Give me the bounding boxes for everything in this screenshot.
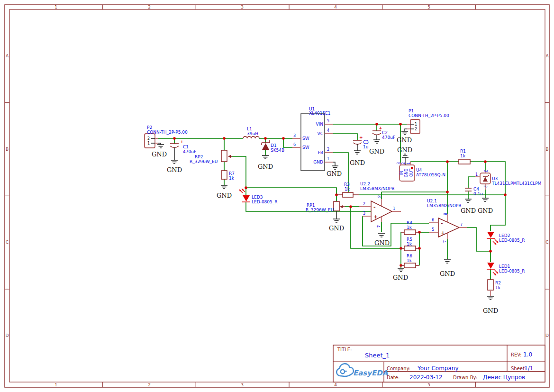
rp2-ref-label[interactable]: RP2 (195, 155, 203, 159)
component-u3[interactable]: 1 3 2 U3 TL431CLPMTL431CLPM GND (475, 170, 541, 214)
led1-ref-label[interactable]: LED1 (499, 264, 510, 269)
gnd-net-label[interactable]: GND (483, 307, 498, 314)
gnd-symbol[interactable] (378, 234, 385, 237)
u1-value-label[interactable]: XL4015E1 (309, 111, 331, 116)
rp2-value-label[interactable]: R_3296W_EU (190, 159, 218, 164)
gnd-net-label[interactable]: GND (258, 163, 273, 170)
r1-value-label[interactable]: 1k (460, 154, 466, 158)
rev-value[interactable]: 1.0 (523, 351, 532, 358)
gnd-symbol[interactable] (401, 131, 408, 135)
sheet-title[interactable]: Sheet_1 (365, 352, 390, 359)
r5-value-label[interactable]: 1k (407, 242, 412, 246)
r6-value-label[interactable]: 1k (407, 258, 412, 263)
gnd-net-label[interactable]: GND (217, 192, 232, 199)
gnd-symbol[interactable] (333, 219, 340, 222)
component-c3[interactable]: + C3 1u GND (350, 135, 369, 166)
r7-value-label[interactable]: 1k (229, 176, 235, 181)
led3-value-label[interactable]: LED-0805_R (252, 200, 278, 204)
u3-value-label[interactable]: TL431CLPMTL431CLPM (491, 181, 541, 186)
u4-value-label[interactable]: AT78L05SQ-N (416, 173, 445, 177)
r1-ref-label[interactable]: R1 (460, 149, 466, 154)
gnd-symbol[interactable] (354, 151, 361, 154)
u2-1-value-label[interactable]: LM358MX/NOPB (427, 203, 461, 208)
gnd-net-label[interactable]: GND (327, 170, 342, 177)
component-p1[interactable]: 1 2 P1 CONN-TH_2P-P5.00 GND (397, 109, 449, 144)
date-value[interactable]: 2022-03-12 (409, 374, 443, 381)
r7-ref-label[interactable]: R7 (229, 171, 235, 176)
gnd-symbol[interactable] (262, 155, 269, 159)
component-led1[interactable]: LED1 LED-0805_R (487, 263, 525, 275)
gnd-symbol[interactable] (402, 154, 409, 157)
u4-ref-label[interactable]: U4 (416, 168, 422, 173)
gnd-net-label[interactable]: GND (461, 207, 476, 214)
component-r6[interactable]: R6 1k GND (393, 254, 419, 281)
component-d1[interactable]: D1 SK54B GND (258, 140, 284, 170)
d1-value-label[interactable]: SK54B (271, 148, 284, 153)
wires[interactable] (158, 124, 505, 280)
gnd-symbol[interactable] (444, 260, 451, 263)
company-value[interactable]: Your Company (417, 365, 459, 372)
r6-ref-label[interactable]: R6 (407, 254, 412, 258)
r2-ref-label[interactable]: R2 (495, 281, 501, 285)
u3-ref-label[interactable]: U3 (492, 176, 498, 181)
gnd-net-label[interactable]: GND (478, 207, 493, 214)
gnd-net-label[interactable]: GND (369, 148, 384, 155)
component-r4[interactable]: R4 1k (401, 220, 419, 235)
gnd-net-label[interactable]: GND (167, 166, 182, 173)
p1-value-label[interactable]: CONN-TH_2P-P5.00 (409, 113, 449, 118)
gnd-net-label[interactable]: GND (374, 239, 390, 246)
u2-1-ref-label[interactable]: U2.1 (427, 199, 437, 203)
u2-2-ref-label[interactable]: U2.2 (360, 182, 370, 186)
led3-ref-label[interactable]: LED3 (252, 195, 263, 200)
component-l1[interactable]: L1 39uH (243, 127, 259, 138)
sheet-value[interactable]: 1/1 (524, 365, 533, 372)
l1-ref-label[interactable]: L1 (247, 127, 252, 131)
gnd-symbol[interactable] (221, 185, 227, 189)
c1-ref-label[interactable]: C1 (183, 145, 189, 149)
l1-value-label[interactable]: 39uH (247, 131, 258, 136)
led1-value-label[interactable]: LED-0805_R (499, 269, 525, 273)
component-r2[interactable]: R2 1k GND (483, 280, 501, 314)
gnd-net-label[interactable]: GND (393, 274, 408, 281)
r2-value-label[interactable]: 1k (495, 285, 501, 290)
r4-value-label[interactable]: 1k (407, 225, 412, 230)
component-r3[interactable]: R3 1k (336, 182, 359, 197)
component-led2[interactable]: LED2 LED-0805_R (487, 232, 525, 245)
c3-ref-label[interactable]: C3 (363, 140, 369, 145)
gnd-net-label[interactable]: GND (329, 225, 344, 232)
gnd-symbol[interactable] (373, 140, 380, 143)
gnd-net-label[interactable]: GND (440, 270, 455, 277)
c2-value-label[interactable]: 470uF (382, 135, 395, 140)
gnd-net-label[interactable]: GND (152, 151, 167, 158)
r3-value-label[interactable]: 1k (345, 187, 350, 191)
p2-ref-label[interactable]: P2 (147, 125, 152, 130)
gnd-symbol[interactable] (157, 145, 164, 148)
component-u1[interactable]: 5 4 2 1 3 6 VIN VC FB GND SW SW U1 XL401… (292, 107, 333, 171)
c4-value-label[interactable]: 0.1u (473, 191, 483, 196)
rp1-ref-label[interactable]: RP1 (307, 203, 315, 208)
gnd-symbol[interactable] (171, 160, 178, 164)
gnd-net-label[interactable]: GND (397, 146, 412, 154)
gnd-symbol[interactable] (332, 166, 338, 169)
gnd-symbol[interactable] (482, 198, 489, 201)
component-r1[interactable]: R1 1k (459, 149, 470, 164)
component-u4[interactable]: GND 3 2 1 IN GND OUT U4 AT78L05SQ-N (397, 146, 445, 181)
component-led3[interactable]: LED3 LED-0805_R (239, 189, 278, 204)
p1-ref-label[interactable]: P1 (409, 109, 414, 113)
gnd-symbol[interactable] (487, 296, 494, 300)
led2-ref-label[interactable]: LED2 (499, 233, 510, 238)
component-c1[interactable]: + C1 470uF GND (167, 139, 196, 173)
c2-ref-label[interactable]: C2 (382, 130, 388, 135)
p2-value-label[interactable]: CONN-TH_2P-P5.00 (147, 130, 188, 135)
c1-value-label[interactable]: 470uF (183, 149, 196, 154)
r5-ref-label[interactable]: R5 (407, 237, 412, 242)
gnd-symbol[interactable] (465, 199, 472, 202)
drawn-by-value[interactable]: Денис Цупров (483, 374, 525, 381)
r4-ref-label[interactable]: R4 (407, 220, 412, 225)
component-u2-2[interactable]: - + 2 3 1 8 4 U2.2 LM358MX/NOPB GND (359, 182, 401, 246)
u2-2-value-label[interactable]: LM358MX/NOPB (360, 186, 394, 191)
gnd-symbol[interactable] (398, 268, 404, 272)
d1-ref-label[interactable]: D1 (271, 143, 277, 148)
rp1-value-label[interactable]: R_3296W_EU (306, 208, 334, 212)
component-r5[interactable]: R5 1k (401, 237, 419, 251)
